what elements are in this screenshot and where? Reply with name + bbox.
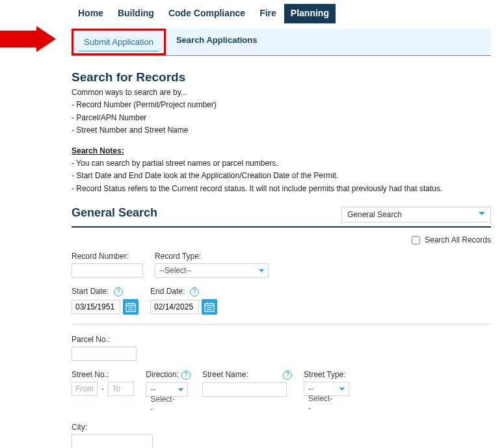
city-label: City:	[72, 423, 153, 432]
street-type-value: --Select--	[308, 384, 332, 413]
street-type-select[interactable]: --Select--	[304, 382, 349, 396]
search-type-value: General Search	[347, 210, 402, 219]
nav-fire[interactable]: Fire	[253, 4, 283, 23]
nav-building[interactable]: Building	[111, 4, 161, 23]
range-dash: -	[101, 384, 104, 393]
sub-tabs: Submit Application Search Applications	[72, 29, 491, 56]
general-search-title: General Search	[72, 206, 157, 220]
street-type-label: Street Type:	[304, 370, 349, 379]
parcel-label: Parcel No.:	[72, 335, 137, 344]
help-icon[interactable]: ?	[181, 371, 191, 380]
chevron-down-icon	[178, 388, 183, 391]
end-date-input[interactable]	[150, 300, 199, 314]
chevron-down-icon	[479, 212, 485, 215]
top-nav: Home Building Code Compliance Fire Plann…	[72, 4, 491, 23]
tab-submit-application[interactable]: Submit Application	[72, 29, 166, 55]
street-no-to-input[interactable]	[108, 382, 134, 396]
help-icon[interactable]: ?	[190, 287, 199, 296]
divider	[72, 324, 491, 324]
start-date-input[interactable]	[72, 300, 120, 314]
chevron-down-icon	[259, 269, 264, 272]
record-type-value: --Select--	[159, 266, 191, 275]
search-records-title: Search for Records	[72, 70, 491, 85]
end-date-label: End Date: ?	[150, 287, 217, 296]
nav-code-compliance[interactable]: Code Compliance	[162, 4, 252, 23]
direction-value: --Select--	[150, 385, 174, 414]
search-all-records-label[interactable]: Search All Records	[409, 235, 491, 244]
search-type-dropdown[interactable]: General Search	[341, 207, 491, 222]
record-type-select[interactable]: --Select--	[155, 263, 269, 278]
nav-home[interactable]: Home	[72, 4, 110, 23]
calendar-icon[interactable]	[123, 299, 139, 315]
search-all-records-text: Search All Records	[425, 235, 491, 244]
nav-planning[interactable]: Planning	[284, 4, 336, 23]
street-no-label: Street No.:	[72, 370, 134, 379]
record-type-label: Record Type:	[155, 252, 269, 261]
search-records-text: Common ways to search are by... - Record…	[72, 87, 491, 194]
street-name-label: Street Name: ?	[202, 370, 292, 380]
parcel-input[interactable]	[72, 347, 137, 361]
record-number-input[interactable]	[72, 263, 143, 278]
calendar-icon[interactable]	[202, 299, 217, 315]
help-icon[interactable]: ?	[283, 371, 292, 380]
record-number-label: Record Number:	[72, 252, 143, 261]
callout-arrow	[0, 26, 65, 52]
help-icon[interactable]: ?	[114, 287, 123, 296]
start-date-label: Start Date: ?	[72, 287, 139, 296]
street-name-input[interactable]	[202, 382, 287, 397]
chevron-down-icon	[339, 388, 345, 391]
street-no-from-input[interactable]	[72, 382, 98, 396]
city-input[interactable]	[72, 434, 153, 448]
direction-label: Direction:?	[146, 370, 191, 380]
tab-search-applications[interactable]: Search Applications	[166, 29, 268, 55]
direction-select[interactable]: --Select--	[146, 382, 188, 397]
search-all-records-checkbox[interactable]	[412, 236, 420, 244]
